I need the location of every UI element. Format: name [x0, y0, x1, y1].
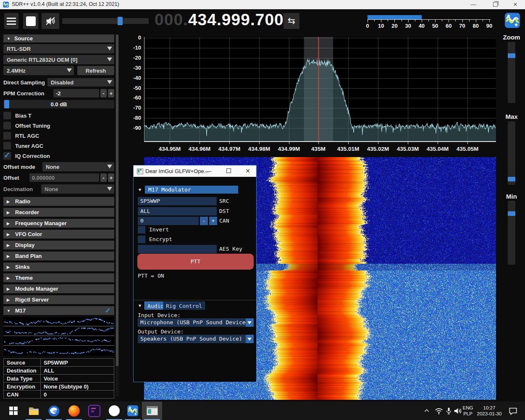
- slider-max[interactable]: [508, 121, 515, 185]
- imgui-window-icon: [137, 168, 143, 174]
- snr-major-tick: [394, 20, 395, 22]
- slider-max-handle[interactable]: [508, 177, 515, 181]
- invert-checkbox[interactable]: [138, 226, 145, 234]
- checkbox-row-iq-correction[interactable]: ✓IQ Correction: [3, 152, 114, 160]
- db-axis-label: 0: [123, 34, 141, 41]
- offset-decrement-button[interactable]: -: [100, 173, 107, 182]
- checkbox-row-offset-tuning[interactable]: Offset Tuning: [3, 122, 114, 129]
- input-device-dropdown[interactable]: Microphone (USB PnP Sound Device): [138, 318, 254, 327]
- minimize-button[interactable]: —: [464, 0, 483, 9]
- can-input[interactable]: 0: [138, 217, 199, 225]
- chevron-up-icon: [423, 407, 430, 414]
- collapse-arrow-icon[interactable]: ▼: [139, 187, 141, 192]
- slider-min[interactable]: [508, 201, 515, 265]
- tray-expand-button[interactable]: [421, 405, 432, 416]
- module-header-display[interactable]: ▶Display: [3, 241, 114, 249]
- taskbar-imgui-window[interactable]: [142, 402, 162, 420]
- aes-key-input[interactable]: [138, 245, 217, 253]
- imgui-titlebar[interactable]: Dear ImGui GLFW+Ope... — ✕: [134, 165, 256, 177]
- volume-slider[interactable]: [62, 18, 149, 24]
- src-input[interactable]: SP5WWP: [138, 197, 217, 205]
- db-axis-label: -10: [123, 45, 141, 51]
- refresh-button[interactable]: Refresh: [77, 66, 114, 75]
- window-titlebar[interactable]: SDR++ v1.0.4 (Built at 22:31:24, Oct 12 …: [0, 0, 525, 9]
- sidebar-scrollbar-thumb[interactable]: [116, 34, 118, 366]
- tray-notifications[interactable]: [507, 405, 518, 416]
- ppm-correction-input[interactable]: -2: [53, 89, 99, 97]
- gain-slider[interactable]: 0.0 dB: [3, 100, 114, 108]
- imgui-window[interactable]: Dear ImGui GLFW+Ope... — ✕ ▼ M17 Modulat…: [133, 165, 257, 382]
- dropdown-arrow-icon: [246, 318, 254, 327]
- can-decrement-button[interactable]: -: [200, 217, 208, 225]
- checkbox[interactable]: [3, 132, 11, 139]
- output-device-dropdown[interactable]: Speakers (USB PnP Sound Device): [138, 335, 254, 343]
- ptt-button[interactable]: PTT: [137, 254, 254, 270]
- close-button[interactable]: ✕: [506, 0, 525, 9]
- taskbar-signal[interactable]: [104, 402, 124, 420]
- source-section-header[interactable]: ▼Source: [3, 34, 114, 42]
- can-increment-button[interactable]: +: [209, 217, 217, 225]
- checkbox-row-bias-t[interactable]: Bias T: [3, 112, 114, 119]
- decimation-dropdown[interactable]: None: [41, 184, 114, 194]
- checkbox[interactable]: [3, 142, 11, 150]
- collapse-arrow-icon[interactable]: ▼: [139, 303, 141, 308]
- fft-spectrum[interactable]: [144, 37, 496, 142]
- source-device-dropdown[interactable]: Generic RTL2832U OEM [0]: [3, 55, 114, 64]
- module-header-recorder[interactable]: ▶Recorder: [3, 208, 114, 217]
- gain-slider-handle[interactable]: [4, 100, 9, 108]
- taskbar-firefox[interactable]: [64, 402, 84, 420]
- module-header-m17[interactable]: ▼M17✓: [3, 306, 114, 315]
- source-driver-dropdown[interactable]: RTL-SDR: [3, 44, 114, 53]
- sidebar-scrollbar[interactable]: [116, 34, 119, 396]
- tray-clock[interactable]: 10:27 2023-01-30: [475, 405, 503, 417]
- frequency-display[interactable]: 000.434.999.700: [155, 10, 284, 32]
- snr-major-tick: [422, 20, 422, 22]
- language-line1: ENG: [461, 405, 475, 411]
- taskbar-media-app[interactable]: [84, 402, 104, 420]
- module-header-theme[interactable]: ▶Theme: [3, 273, 114, 282]
- slider-min-handle[interactable]: [508, 211, 515, 216]
- frequency-value[interactable]: 434.999.700: [188, 10, 284, 29]
- taskbar-thunderbird[interactable]: [44, 402, 64, 420]
- checkbox-row-tuner-agc[interactable]: Tuner AGC: [3, 142, 114, 150]
- checkbox[interactable]: [3, 112, 11, 119]
- module-header-module-manager[interactable]: ▶Module Manager: [3, 284, 114, 293]
- imgui-maximize-button[interactable]: [220, 165, 236, 177]
- taskbar-file-explorer[interactable]: [24, 402, 44, 420]
- offset-input[interactable]: 0.000000: [29, 173, 99, 182]
- checkbox[interactable]: [3, 122, 11, 129]
- samplerate-dropdown[interactable]: 2.4MHz: [3, 66, 74, 75]
- module-header-radio[interactable]: ▶Radio: [3, 197, 114, 206]
- module-header-rigctl-server[interactable]: ▶Rigctl Server: [3, 295, 114, 304]
- checkbox-row-rtl-agc[interactable]: RTL AGC: [3, 132, 114, 139]
- stop-button[interactable]: [23, 13, 38, 29]
- imgui-close-button[interactable]: ✕: [240, 165, 256, 177]
- slider-zoom-handle[interactable]: [508, 53, 515, 58]
- tab-rig-control[interactable]: Rig Control: [163, 302, 205, 310]
- mute-button[interactable]: [42, 13, 59, 29]
- vfo-swap-button[interactable]: ⇆: [284, 13, 299, 29]
- slider-zoom[interactable]: [508, 42, 515, 103]
- taskbar-sdrpp[interactable]: [123, 402, 143, 420]
- module-header-frequency-manager[interactable]: ▶Frequency Manager: [3, 219, 114, 228]
- dst-input[interactable]: ALL: [138, 207, 217, 215]
- imgui-minimize-button[interactable]: —: [200, 165, 216, 177]
- ppm-increment-button[interactable]: +: [108, 89, 114, 97]
- checkbox[interactable]: ✓: [3, 152, 11, 160]
- m17-modulator-header[interactable]: M17 Modulator: [145, 186, 238, 194]
- snr-minor-tick: [428, 20, 429, 21]
- tray-language[interactable]: ENG PLP: [461, 405, 475, 417]
- restore-button[interactable]: [486, 0, 505, 9]
- menu-button[interactable]: [4, 13, 18, 29]
- ppm-decrement-button[interactable]: -: [100, 89, 107, 97]
- start-button[interactable]: [3, 402, 24, 420]
- module-header-band-plan[interactable]: ▶Band Plan: [3, 252, 114, 260]
- volume-slider-handle[interactable]: [118, 17, 123, 25]
- offset-mode-dropdown[interactable]: None: [42, 162, 114, 171]
- table-row-encryption: EncryptionNone (Subtype 0): [4, 383, 114, 391]
- encrypt-checkbox[interactable]: [138, 236, 145, 243]
- direct-sampling-dropdown[interactable]: Disabled: [47, 78, 114, 87]
- module-header-vfo-color[interactable]: ▶VFO Color: [3, 230, 114, 239]
- offset-increment-button[interactable]: +: [108, 173, 114, 182]
- module-header-sinks[interactable]: ▶Sinks: [3, 262, 114, 271]
